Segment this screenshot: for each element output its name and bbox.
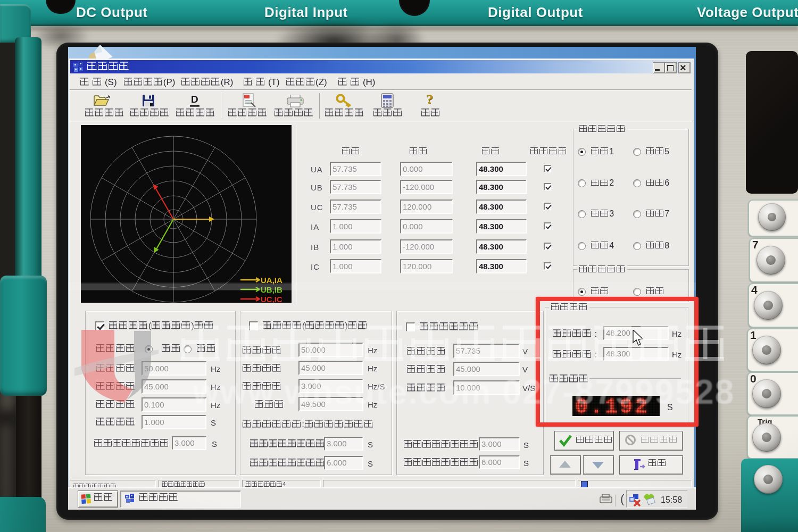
svg-text:UC,IC: UC,IC (261, 295, 282, 303)
